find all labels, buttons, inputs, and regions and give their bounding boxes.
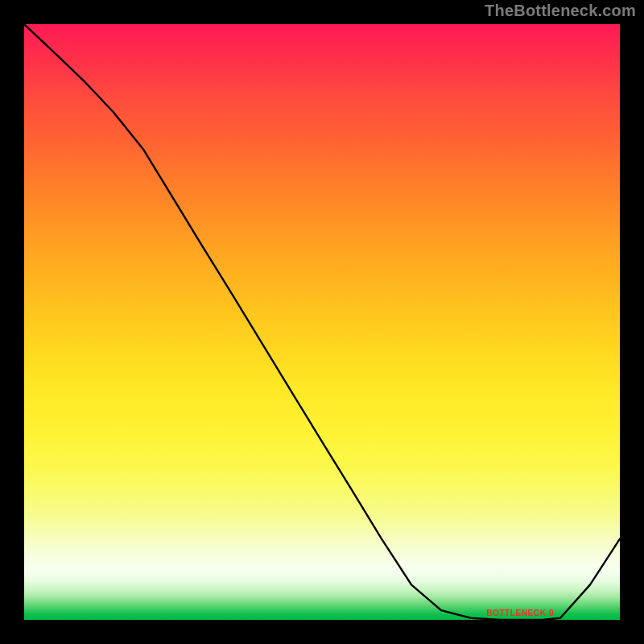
baseline-annotation: BOTTLENECK 0 [486,609,554,617]
bottleneck-curve [24,24,620,620]
plot-area: BOTTLENECK 0 [24,24,620,620]
chart-frame: TheBottleneck.com BOTTLENECK 0 [0,0,644,644]
curve-svg [24,24,620,620]
attribution-label: TheBottleneck.com [485,2,636,20]
